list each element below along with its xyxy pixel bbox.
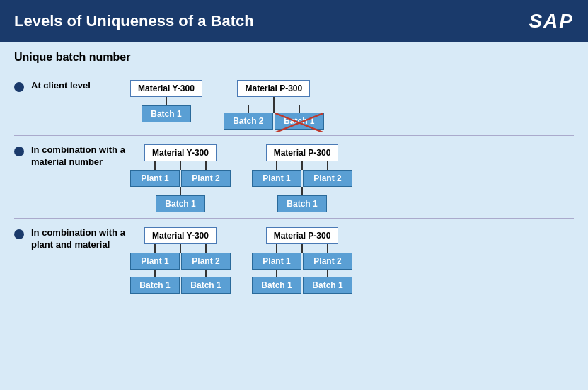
label-plant: In combination with a plant and material [31,227,130,251]
bullet-3 [14,229,24,239]
p1-plant1: Plant 1 Batch 1 [130,244,180,294]
mat-y300-mat: Material Y-300 [144,144,217,161]
batch1-p2: Batch 1 [252,277,301,294]
label-material: In combination with a material number [31,144,130,168]
diagram-material: Material Y-300 Plant 1 Plant 2 [130,144,574,212]
divider-3 [14,218,574,219]
batch2-box: Batch 2 [224,113,273,130]
batch1-mat2: Batch 1 [277,195,327,212]
plant1-p2: Plant 1 [252,253,301,270]
row-client-level: At client level Material Y-300 Batch 1 M… [14,77,574,130]
plant2-box-m1: Plant 2 [181,170,231,187]
batch1-crossed-box: Batch 1 [275,113,324,130]
p2-plant2: Plant 2 Batch 1 [303,244,352,294]
plant2-p1: Plant 2 [181,253,231,270]
batch1-crossed-branch: Batch 1 [275,105,324,130]
plant1-box-m2: Plant 1 [252,170,301,187]
mat-branch-2: Plant 1 Plant 2 [252,161,352,187]
diagram-client: Material Y-300 Batch 1 Material P-300 Ba… [130,80,574,130]
batch1-m2-wrap: Batch 1 [277,187,327,212]
row-material-combo: In combination with a material number Ma… [14,142,574,212]
batch1-p1: Batch 1 [130,277,180,294]
tree-p300-mat: Material P-300 Plant 1 Plant 2 [252,144,352,212]
plant2-p2: Plant 2 [303,253,352,270]
branch-client: Batch 2 Batch 1 [224,105,324,130]
content: Unique batch number At client level Mate… [0,42,588,390]
tree-y300-mat: Material Y-300 Plant 1 Plant 2 [130,144,231,212]
batch2-branch: Batch 2 [224,105,273,130]
plant2-branch-m2: Plant 2 [303,161,352,187]
material-y300-box-1: Material Y-300 [130,80,202,97]
batch-center-m2: Batch 1 [277,187,327,212]
tree-y300-plant: Material Y-300 Plant 1 Batch 1 Plant 2 B… [130,227,231,294]
tree-p300-client: Material P-300 Batch 2 Batch 1 [224,80,324,130]
plant1-branch-m2: Plant 1 [252,161,301,187]
p2-plant1: Plant 1 Batch 1 [252,244,301,294]
tree-y300-client: Material Y-300 Batch 1 [130,80,202,122]
plant-branch-1: Plant 1 Batch 1 Plant 2 Batch 1 [130,244,231,294]
plant1-p1: Plant 1 [130,253,180,270]
batch1-p2b: Batch 1 [303,277,352,294]
material-p300-box-1: Material P-300 [237,80,310,97]
bullet-2 [14,147,24,156]
plant1-branch-m1: Plant 1 [130,161,180,187]
label-client: At client level [31,80,130,92]
batch1-mat1: Batch 1 [156,195,205,212]
plant2-branch-m1: Plant 2 [181,161,231,187]
header: Levels of Uniqueness of a Batch SAP [0,0,588,42]
conn-1 [166,97,167,105]
diagram-plant: Material Y-300 Plant 1 Batch 1 Plant 2 B… [130,227,574,294]
bullet-1 [14,82,24,92]
header-title: Levels of Uniqueness of a Batch [14,12,254,30]
plant2-box-m2: Plant 2 [303,170,352,187]
row-plant-combo: In combination with a plant and material… [14,224,574,294]
sap-logo: SAP [529,10,574,33]
divider-2 [14,135,574,136]
p1-plant2: Plant 2 Batch 1 [181,244,231,294]
conn-2 [273,97,275,105]
mat-y300-plant: Material Y-300 [144,227,217,244]
batch1-box-1: Batch 1 [142,105,191,122]
mat-p300-mat: Material P-300 [266,144,339,161]
batch1-p1b: Batch 1 [181,277,231,294]
section-subtitle: Unique batch number [14,51,574,64]
mat-p300-plant: Material P-300 [266,227,339,244]
mat-branch-1: Plant 1 Plant 2 [130,161,231,187]
batch1-m1-wrap: Batch 1 [156,187,205,212]
divider-1 [14,71,574,71]
batch-center-m1: Batch 1 [156,187,205,212]
plant-branch-2: Plant 1 Batch 1 Plant 2 Batch 1 [252,244,352,294]
plant1-box-m1: Plant 1 [130,170,180,187]
tree-p300-plant: Material P-300 Plant 1 Batch 1 Plant 2 B… [252,227,352,294]
svg-line-0 [275,113,323,132]
svg-line-1 [275,113,323,132]
